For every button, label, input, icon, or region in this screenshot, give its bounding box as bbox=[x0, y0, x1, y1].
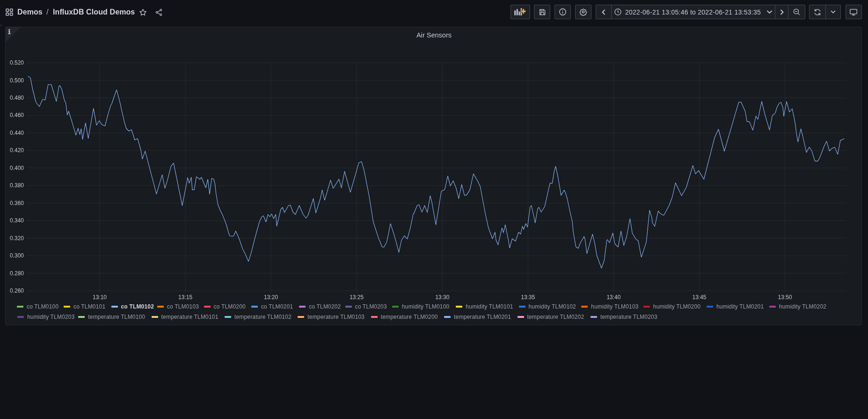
svg-text:0.480: 0.480 bbox=[10, 95, 24, 101]
svg-text:0.280: 0.280 bbox=[10, 270, 24, 277]
svg-text:13:45: 13:45 bbox=[692, 294, 706, 301]
svg-text:13:25: 13:25 bbox=[350, 294, 364, 301]
svg-text:13:50: 13:50 bbox=[778, 294, 792, 301]
svg-text:0.360: 0.360 bbox=[10, 200, 24, 206]
svg-text:0.400: 0.400 bbox=[10, 165, 24, 171]
svg-text:13:30: 13:30 bbox=[435, 294, 449, 301]
svg-text:0.460: 0.460 bbox=[10, 112, 24, 118]
svg-text:0.260: 0.260 bbox=[10, 287, 24, 294]
svg-text:0.340: 0.340 bbox=[10, 217, 24, 224]
svg-text:0.420: 0.420 bbox=[10, 147, 24, 154]
svg-text:0.300: 0.300 bbox=[10, 252, 24, 259]
svg-text:13:40: 13:40 bbox=[606, 294, 620, 301]
svg-text:13:10: 13:10 bbox=[93, 294, 107, 301]
svg-text:0.440: 0.440 bbox=[10, 130, 24, 136]
svg-text:0.500: 0.500 bbox=[10, 77, 24, 84]
svg-text:0.380: 0.380 bbox=[10, 182, 24, 189]
svg-text:13:20: 13:20 bbox=[264, 294, 278, 301]
svg-text:13:15: 13:15 bbox=[178, 294, 192, 301]
svg-text:0.520: 0.520 bbox=[10, 59, 24, 66]
svg-text:13:35: 13:35 bbox=[521, 294, 535, 301]
svg-text:0.320: 0.320 bbox=[10, 235, 24, 242]
